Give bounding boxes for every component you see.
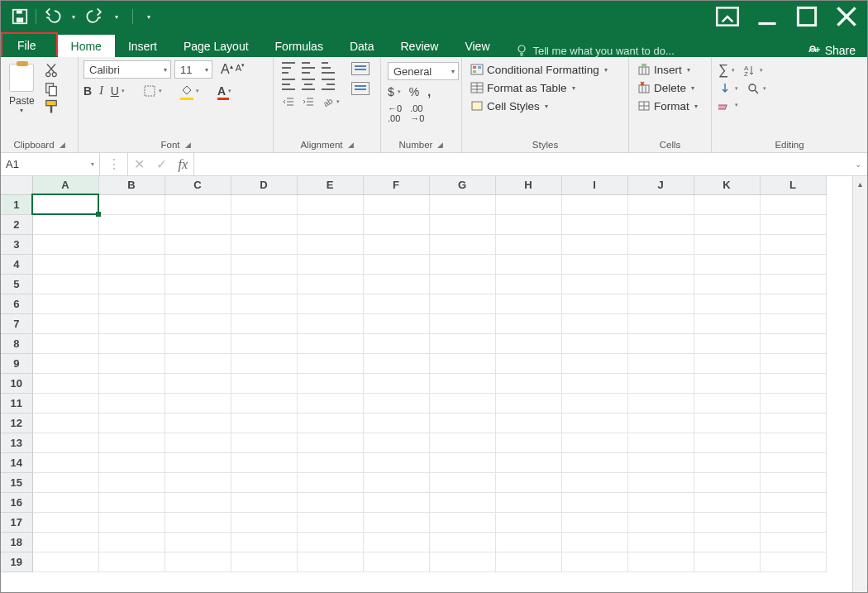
cell[interactable] bbox=[495, 452, 561, 472]
cell[interactable] bbox=[231, 214, 297, 234]
cell[interactable] bbox=[495, 532, 561, 552]
cell[interactable] bbox=[694, 492, 760, 512]
decrease-indent-icon[interactable] bbox=[282, 95, 295, 108]
cell[interactable] bbox=[495, 274, 561, 294]
column-header[interactable]: K bbox=[694, 176, 760, 194]
cell[interactable] bbox=[363, 274, 429, 294]
row-header[interactable]: 19 bbox=[1, 552, 32, 571]
cell[interactable] bbox=[165, 492, 231, 512]
cell[interactable] bbox=[32, 532, 98, 552]
cell[interactable] bbox=[165, 452, 231, 472]
percent-icon[interactable]: % bbox=[409, 85, 419, 98]
cell[interactable] bbox=[32, 254, 98, 274]
cell[interactable] bbox=[495, 512, 561, 532]
cell[interactable] bbox=[165, 552, 231, 571]
cell[interactable] bbox=[297, 552, 363, 571]
cell[interactable] bbox=[231, 234, 297, 254]
cell[interactable] bbox=[627, 254, 694, 274]
cell[interactable] bbox=[694, 532, 760, 552]
cell[interactable] bbox=[561, 194, 627, 214]
cell[interactable] bbox=[429, 393, 495, 413]
cell[interactable] bbox=[165, 472, 231, 492]
cell[interactable] bbox=[297, 532, 363, 552]
cell[interactable] bbox=[363, 472, 429, 492]
row-header[interactable]: 18 bbox=[1, 532, 32, 552]
cell[interactable] bbox=[165, 433, 231, 452]
wrap-text-icon[interactable] bbox=[351, 62, 370, 75]
cell[interactable] bbox=[561, 532, 627, 552]
cell[interactable] bbox=[760, 254, 826, 274]
cell[interactable] bbox=[98, 512, 165, 532]
cell[interactable] bbox=[694, 353, 760, 373]
row-header[interactable]: 16 bbox=[1, 492, 32, 512]
cell[interactable] bbox=[165, 194, 231, 214]
cancel-formula-icon[interactable]: ✕ bbox=[134, 156, 145, 172]
cell[interactable] bbox=[32, 452, 98, 472]
cell[interactable] bbox=[561, 254, 627, 274]
cell[interactable] bbox=[495, 333, 561, 353]
cell[interactable] bbox=[363, 254, 429, 274]
cell[interactable] bbox=[694, 214, 760, 234]
cell[interactable] bbox=[561, 294, 627, 313]
increase-font-icon[interactable]: A▴ bbox=[221, 62, 233, 77]
chevron-down-icon[interactable]: ▾ bbox=[196, 88, 199, 94]
cell[interactable] bbox=[429, 313, 495, 333]
cell[interactable] bbox=[561, 214, 627, 234]
cell[interactable] bbox=[429, 373, 495, 393]
cell[interactable] bbox=[429, 532, 495, 552]
cell[interactable] bbox=[165, 393, 231, 413]
find-select-icon[interactable] bbox=[746, 82, 760, 95]
cell[interactable] bbox=[495, 194, 561, 214]
cell[interactable] bbox=[363, 532, 429, 552]
chevron-down-icon[interactable]: ▾ bbox=[398, 88, 401, 95]
cell[interactable] bbox=[231, 452, 297, 472]
cell[interactable] bbox=[760, 333, 826, 353]
cell[interactable] bbox=[98, 254, 165, 274]
increase-decimal-icon[interactable]: ←0.00 bbox=[388, 103, 402, 123]
cell[interactable] bbox=[32, 274, 98, 294]
cut-icon[interactable] bbox=[43, 64, 60, 77]
cell[interactable] bbox=[760, 294, 826, 313]
cell[interactable] bbox=[297, 353, 363, 373]
enter-formula-icon[interactable]: ✓ bbox=[156, 156, 167, 172]
cell[interactable] bbox=[627, 413, 694, 433]
align-center-icon[interactable] bbox=[302, 79, 315, 90]
paste-button[interactable]: Paste ▾ bbox=[6, 60, 38, 116]
cell[interactable] bbox=[297, 393, 363, 413]
align-middle-icon[interactable] bbox=[302, 62, 315, 74]
cell[interactable] bbox=[231, 353, 297, 373]
cell[interactable] bbox=[165, 313, 231, 333]
cell[interactable] bbox=[760, 194, 826, 214]
cell[interactable] bbox=[627, 532, 694, 552]
chevron-down-icon[interactable]: ▾ bbox=[735, 85, 738, 92]
cell[interactable] bbox=[627, 393, 694, 413]
number-format-combo[interactable]: General▾ bbox=[388, 62, 459, 80]
cell[interactable] bbox=[98, 472, 165, 492]
cell[interactable] bbox=[429, 552, 495, 571]
cell[interactable] bbox=[297, 472, 363, 492]
redo-icon[interactable] bbox=[86, 7, 104, 26]
column-header[interactable]: I bbox=[561, 176, 627, 194]
cell[interactable] bbox=[760, 472, 826, 492]
align-left-icon[interactable] bbox=[282, 79, 295, 90]
cell[interactable] bbox=[429, 413, 495, 433]
cell[interactable] bbox=[165, 413, 231, 433]
cell[interactable] bbox=[760, 353, 826, 373]
cell[interactable] bbox=[297, 313, 363, 333]
cell[interactable] bbox=[363, 393, 429, 413]
cell[interactable] bbox=[561, 274, 627, 294]
comma-icon[interactable]: , bbox=[427, 85, 431, 98]
cell[interactable] bbox=[561, 512, 627, 532]
tab-review[interactable]: Review bbox=[388, 35, 452, 57]
cell[interactable] bbox=[694, 333, 760, 353]
cell[interactable] bbox=[760, 512, 826, 532]
cell[interactable] bbox=[694, 512, 760, 532]
tab-insert[interactable]: Insert bbox=[115, 35, 170, 57]
row-header[interactable]: 8 bbox=[1, 333, 32, 353]
cell[interactable] bbox=[297, 214, 363, 234]
format-painter-icon[interactable] bbox=[43, 100, 60, 113]
chevron-down-icon[interactable]: ▾ bbox=[732, 67, 735, 74]
cell[interactable] bbox=[561, 472, 627, 492]
cell[interactable] bbox=[760, 234, 826, 254]
column-header[interactable]: F bbox=[363, 176, 429, 194]
